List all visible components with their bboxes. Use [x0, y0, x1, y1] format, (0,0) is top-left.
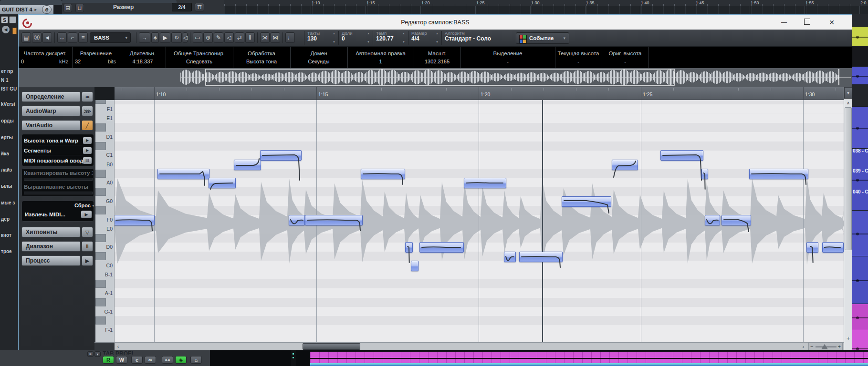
- variaudio-segment-G0[interactable]: [562, 196, 611, 207]
- variaudio-segment-C#0[interactable]: [504, 252, 516, 262]
- snap[interactable]: ∗: [151, 32, 159, 43]
- variaudio-segment-C1[interactable]: [260, 150, 302, 161]
- info-column-Общее Транспонир.[interactable]: Общее Транспонир.Следовать: [166, 47, 233, 68]
- edit-layers[interactable]: ≡: [78, 32, 88, 43]
- black-key[interactable]: [95, 316, 106, 325]
- sidebar-section-AudioWarp[interactable]: AudioWarp: [21, 106, 81, 116]
- spinner-up-icon[interactable]: ▲: [333, 32, 335, 35]
- scroll-right-button[interactable]: ›: [800, 343, 807, 350]
- zoom-out-icon[interactable]: −: [810, 344, 813, 349]
- autoscroll[interactable]: ↔: [57, 32, 67, 43]
- draw-tool[interactable]: ✎: [214, 32, 223, 43]
- black-key[interactable]: [95, 142, 106, 150]
- variaudio-segment-A#0[interactable]: [361, 169, 405, 179]
- expand-arrow-icon[interactable]: ▸: [35, 7, 37, 12]
- variaudio-row-MIDI пошаговый ввод[interactable]: MIDI пошаговый ввод▤: [24, 156, 93, 165]
- ruler-menu-button[interactable]: ▼: [844, 87, 852, 99]
- lock-icon[interactable]: ⊔: [75, 4, 84, 12]
- black-key[interactable]: [95, 206, 106, 214]
- extract-midi-button[interactable]: Извлечь MIDI...: [25, 212, 65, 219]
- variaudio-segment-D0[interactable]: [405, 242, 413, 253]
- variaudio-segment-F0[interactable]: [115, 215, 155, 225]
- monitor-button[interactable]: ∞: [145, 356, 156, 364]
- row-icon[interactable]: ▤: [83, 157, 92, 164]
- row-icon[interactable]: ▶: [83, 137, 92, 144]
- zoom-tool[interactable]: ⊕: [203, 32, 213, 43]
- quantize-note[interactable]: ♩: [285, 32, 295, 43]
- overview-strip[interactable]: [19, 68, 852, 87]
- info-column-Ориг. высота[interactable]: Ориг. высота-: [602, 47, 649, 68]
- title-bar[interactable]: Редактор сэмплов:BASS — ✕: [19, 15, 852, 30]
- variaudio-segment-D0[interactable]: [806, 242, 818, 253]
- variaudio-row-Сегменты[interactable]: Сегменты▶: [24, 146, 93, 155]
- scroll-left-button[interactable]: ‹: [115, 343, 122, 350]
- solo-editor[interactable]: Ⓢ: [32, 32, 42, 43]
- black-key[interactable]: [95, 298, 106, 306]
- object-selection-tool[interactable]: ▭: [193, 32, 202, 43]
- spinner-down-icon[interactable]: ▼: [367, 41, 370, 43]
- instrument-button[interactable]: ⌂: [190, 356, 202, 364]
- note-grid[interactable]: [115, 100, 844, 342]
- h-zoom-slider[interactable]: − +: [808, 343, 843, 350]
- write-automation-button[interactable]: W: [116, 356, 127, 364]
- scroll-up-button[interactable]: ∧: [844, 100, 852, 106]
- sidebar-section-Хитпоинты[interactable]: Хитпоинты: [21, 227, 81, 237]
- bg-project-ruler[interactable]: 1:101:151:201:251:301:351:401:451:501:55…: [205, 0, 868, 6]
- v-scrollbar[interactable]: ▼ ∧ +: [844, 87, 852, 350]
- info-column-Длительн.[interactable]: Длительн.4:18.337: [120, 47, 166, 68]
- info-column-Масшт.[interactable]: Масшт.1302.3165: [414, 47, 461, 68]
- freeze-button[interactable]: ◈: [175, 356, 187, 364]
- insert-mode[interactable]: →: [139, 32, 150, 43]
- chevron-down-icon[interactable]: ▾: [125, 33, 127, 43]
- variaudio-segment-A0[interactable]: [464, 178, 506, 188]
- loop[interactable]: ↻: [171, 32, 182, 43]
- solo-button[interactable]: S: [1, 16, 8, 23]
- warp-tool[interactable]: ⇄: [235, 32, 244, 43]
- bg-edit-button[interactable]: e: [42, 5, 52, 14]
- variaudio-segment-F0[interactable]: [289, 215, 305, 225]
- v-scroll-thumb[interactable]: [845, 107, 852, 250]
- variaudio-segment-A0[interactable]: [209, 178, 236, 188]
- zoom-in-icon[interactable]: +: [838, 344, 841, 349]
- info-column-Текущая высота[interactable]: Текущая высота-: [555, 47, 602, 68]
- variaudio-segment-C1[interactable]: [660, 150, 703, 161]
- variaudio-segment-F0[interactable]: [705, 215, 720, 225]
- minimize-button[interactable]: —: [774, 19, 795, 26]
- timeline-ruler[interactable]: 1:101:151:201:251:30: [115, 87, 844, 100]
- variaudio-row-Высота тона и Warp[interactable]: Высота тона и Warp▶: [24, 136, 93, 145]
- section-icon[interactable]: ⇹: [82, 92, 93, 102]
- spinner-up-icon[interactable]: ▲: [402, 32, 405, 35]
- black-key[interactable]: [95, 100, 106, 104]
- variaudio-segment-A#0[interactable]: [749, 169, 808, 179]
- variaudio-segment-F0[interactable]: [305, 215, 363, 225]
- variaudio-segment-B0[interactable]: [234, 160, 261, 170]
- row-icon[interactable]: ▶: [83, 147, 92, 154]
- spinner-down-icon[interactable]: ▼: [333, 41, 335, 43]
- variaudio-segment-A#0[interactable]: [157, 169, 209, 179]
- sidebar-section-Диапазон[interactable]: Диапазон: [21, 241, 81, 252]
- event-colors-button[interactable]: Событие▾: [516, 32, 569, 44]
- speaker-icon[interactable]: ◀: [2, 26, 10, 33]
- toggle-info-line[interactable]: ▤: [21, 32, 31, 43]
- section-icon[interactable]: ▽: [82, 227, 93, 237]
- variaudio-segment-D0[interactable]: [822, 242, 844, 253]
- spinner-down-icon[interactable]: ▼: [402, 41, 405, 43]
- free-warp-tool[interactable]: ⫴: [245, 32, 255, 43]
- metronome-icon[interactable]: Ħ: [195, 3, 204, 11]
- speaker-small[interactable]: ◁: [183, 32, 188, 43]
- piano-keys-column[interactable]: F1E1D1C1B0A0G0F0E0D0C0B-1A-1G-1F-1: [95, 100, 115, 342]
- cut-tool[interactable]: ⋊: [260, 32, 270, 43]
- play-tool[interactable]: ◁: [224, 32, 234, 43]
- black-key[interactable]: [95, 170, 106, 178]
- section-icon[interactable]: ‖: [82, 241, 93, 252]
- play-tool-strip[interactable]: ▶: [160, 32, 170, 43]
- variaudio-segment-D0[interactable]: [419, 242, 464, 253]
- info-column-Разрешение[interactable]: Разрешение32bits: [72, 47, 120, 68]
- chevron-down-icon[interactable]: ▾: [92, 204, 94, 208]
- variaudio-segment-B0[interactable]: [612, 160, 638, 170]
- spinner-down-icon[interactable]: ▼: [436, 41, 439, 43]
- section-icon[interactable]: ⋙: [82, 106, 93, 116]
- h-scrollbar[interactable]: ‹ › − +: [94, 342, 844, 350]
- mute-button[interactable]: [9, 16, 16, 23]
- close-button[interactable]: ✕: [821, 19, 842, 26]
